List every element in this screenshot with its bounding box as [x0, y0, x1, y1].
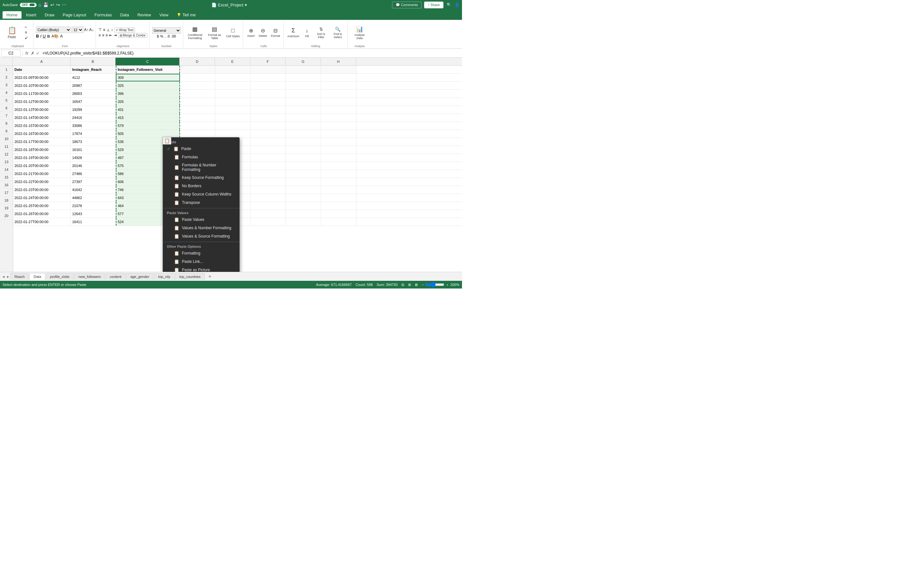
cell-g20[interactable] — [286, 218, 321, 226]
cell-a5[interactable]: 2022-01-12T00:00:00 — [13, 98, 71, 105]
no-borders-item[interactable]: 📋 No Borders — [163, 182, 239, 190]
cell-f15[interactable] — [250, 178, 286, 185]
cell-f3[interactable] — [250, 82, 286, 89]
comments-button[interactable]: 💬 Comments — [392, 2, 422, 8]
cell-h9[interactable] — [321, 130, 357, 137]
more-icon[interactable]: ⋯ — [62, 2, 66, 7]
col-header-b[interactable]: B — [71, 58, 115, 65]
cell-h4[interactable] — [321, 90, 357, 97]
formulas-item[interactable]: 📋 Formulas — [163, 153, 239, 161]
tab-draw[interactable]: Draw — [41, 11, 58, 19]
cell-b14[interactable]: 27486 — [71, 170, 116, 177]
sheet-tab-age-gender[interactable]: age_gender — [126, 273, 153, 280]
align-top-icon[interactable]: ⊤ — [99, 27, 102, 32]
align-bottom-icon[interactable]: ⊥ — [107, 27, 110, 32]
col-header-g[interactable]: G — [286, 58, 321, 65]
cell-e2[interactable] — [215, 74, 250, 81]
cell-e9[interactable] — [215, 130, 250, 137]
cell-b13[interactable]: 20146 — [71, 162, 116, 169]
percent-icon[interactable]: % — [160, 34, 163, 38]
cell-g9[interactable] — [286, 130, 321, 137]
sort-filter-button[interactable]: ⇅ Sort & Filter — [313, 24, 329, 41]
cell-d5[interactable] — [180, 98, 215, 105]
cell-f14[interactable] — [250, 170, 286, 177]
cancel-icon[interactable]: ✗ — [31, 51, 35, 56]
row-num-19[interactable]: 19 — [0, 204, 13, 212]
normal-view-icon[interactable]: ⊟ — [401, 283, 404, 287]
zoom-slider[interactable] — [425, 282, 444, 287]
col-header-e[interactable]: E — [215, 58, 250, 65]
cell-a14[interactable]: 2022-01-21T00:00:00 — [13, 170, 71, 177]
decrease-font-icon[interactable]: A↓ — [89, 27, 94, 32]
cell-a17[interactable]: 2022-01-24T00:00:00 — [13, 194, 71, 201]
header-cell-g[interactable] — [286, 66, 321, 73]
cell-f19[interactable] — [250, 210, 286, 218]
cell-b12[interactable]: 14928 — [71, 154, 116, 161]
cell-h12[interactable] — [321, 154, 357, 161]
cell-reference-input[interactable] — [1, 50, 21, 57]
tab-review[interactable]: Review — [134, 11, 155, 19]
cell-g17[interactable] — [286, 194, 321, 201]
sheet-tab-reach[interactable]: Reach — [10, 273, 29, 280]
corner-cell[interactable] — [0, 58, 13, 65]
cell-d3[interactable] — [180, 82, 215, 89]
cell-e4[interactable] — [215, 90, 250, 97]
cell-a8[interactable]: 2022-01-15T00:00:00 — [13, 122, 71, 129]
tab-page-layout[interactable]: Page Layout — [59, 11, 90, 19]
cell-d6[interactable] — [180, 106, 215, 113]
cell-g18[interactable] — [286, 202, 321, 210]
cell-g19[interactable] — [286, 210, 321, 218]
header-cell-c[interactable]: Instagram_Followers_Visit — [116, 66, 180, 73]
row-num-1[interactable]: 1 — [0, 66, 13, 73]
cell-f11[interactable] — [250, 146, 286, 153]
redo-icon[interactable]: ↪ — [56, 2, 60, 7]
cell-e7[interactable] — [215, 114, 250, 121]
increase-indent-icon[interactable]: ⇥ — [113, 33, 117, 37]
tab-home[interactable]: Home — [3, 11, 21, 19]
cell-d4[interactable] — [180, 90, 215, 97]
align-center-icon[interactable]: ≡ — [102, 33, 104, 37]
align-right-icon[interactable]: ≡ — [105, 33, 108, 37]
col-header-c[interactable]: C — [115, 58, 180, 65]
cell-f4[interactable] — [250, 90, 286, 97]
clipboard-paste-icon[interactable]: 📋 — [162, 137, 171, 145]
cell-h18[interactable] — [321, 202, 357, 210]
cell-f18[interactable] — [250, 202, 286, 210]
cell-b4[interactable]: 28003 — [71, 90, 116, 97]
cell-d2[interactable] — [180, 74, 215, 81]
cell-a18[interactable]: 2022-01-25T00:00:00 — [13, 202, 71, 210]
format-button[interactable]: ⊟ Format — [270, 24, 281, 41]
cell-h8[interactable] — [321, 122, 357, 129]
cell-f10[interactable] — [250, 138, 286, 145]
cell-a6[interactable]: 2022-01-13T00:00:00 — [13, 106, 71, 113]
text-direction-icon[interactable]: ↕ — [111, 27, 113, 32]
cell-c6[interactable]: 431 — [116, 106, 180, 113]
cell-h16[interactable] — [321, 186, 357, 193]
row-num-14[interactable]: 14 — [0, 166, 13, 173]
cell-b20[interactable]: 16411 — [71, 218, 116, 226]
tab-data[interactable]: Data — [116, 11, 133, 19]
search-icon[interactable]: 🔍 — [447, 3, 451, 7]
cell-d7[interactable] — [180, 114, 215, 121]
cut-button[interactable]: ✂ — [21, 25, 31, 29]
formulas-number-formatting-item[interactable]: 📋 Formulas & Number Formatting — [163, 161, 239, 173]
cell-a3[interactable]: 2022-01-10T00:00:00 — [13, 82, 71, 89]
cell-b2[interactable]: 4112 — [71, 74, 116, 81]
cell-g6[interactable] — [286, 106, 321, 113]
header-cell-f[interactable] — [250, 66, 286, 73]
col-header-f[interactable]: F — [250, 58, 286, 65]
cell-e6[interactable] — [215, 106, 250, 113]
cell-h5[interactable] — [321, 98, 357, 105]
paste-item[interactable]: ✓ 📋 Paste — [163, 145, 239, 153]
decrease-indent-icon[interactable]: ⇤ — [109, 33, 112, 37]
confirm-icon[interactable]: ✓ — [36, 51, 40, 56]
add-sheet-button[interactable]: ＋ — [205, 272, 214, 280]
row-num-10[interactable]: 10 — [0, 135, 13, 143]
sheet-tab-top-countries[interactable]: top_countries — [175, 273, 205, 280]
sheet-tab-data[interactable]: Data — [29, 273, 45, 280]
cell-h17[interactable] — [321, 194, 357, 201]
cell-g7[interactable] — [286, 114, 321, 121]
increase-decimal-icon[interactable]: .00 — [171, 34, 176, 38]
bold-button[interactable]: B — [36, 34, 39, 39]
cell-a11[interactable]: 2022-01-18T00:00:00 — [13, 146, 71, 153]
